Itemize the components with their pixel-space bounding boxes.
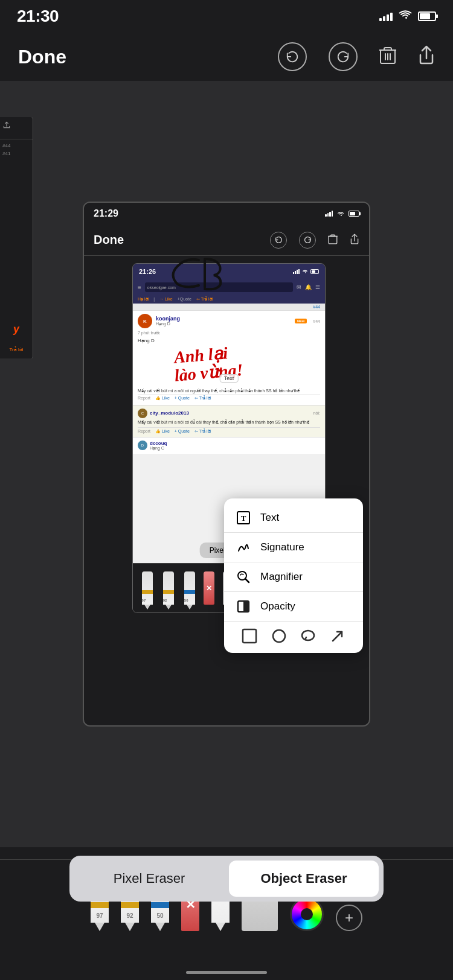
post2-username: city_modulo2013: [150, 410, 189, 416]
shape-speech[interactable]: [298, 626, 318, 646]
user-info: koonjang Hạng D: [156, 316, 291, 326]
frame2-pen1[interactable]: 97: [138, 571, 156, 605]
screenshot-frame-1: 21:29 Done: [83, 202, 370, 727]
post-body: Hạng D Anh lại lào vừng! Text: [138, 337, 320, 386]
signal-bar-3: [387, 14, 389, 21]
main-post: K koonjang Hạng D New #44 7 phút trước: [133, 311, 325, 405]
post-time: 7 phút trước: [138, 331, 320, 336]
frame1-time: 21:29: [94, 208, 118, 219]
color-wheel[interactable]: [290, 897, 324, 931]
share-button[interactable]: [418, 45, 435, 69]
nav-back: ≡: [138, 284, 141, 291]
svg-point-15: [273, 630, 285, 642]
main-toolbar: Done: [0, 33, 453, 81]
frame1-trash[interactable]: [328, 234, 338, 247]
menu-signature[interactable]: Signature: [224, 533, 363, 562]
post-number: #44: [313, 319, 320, 323]
user-badge: New: [295, 319, 307, 323]
frame2-eraser[interactable]: ✕: [201, 571, 216, 605]
handwriting-level1: [144, 254, 265, 293]
add-tool-button[interactable]: +: [336, 905, 362, 931]
left-edge-frame: #44 #41 y Trả lời: [0, 117, 33, 358]
undo-button[interactable]: [278, 42, 307, 71]
shape-circle[interactable]: [269, 626, 289, 646]
svg-point-16: [302, 631, 314, 640]
menu-magnifier-label: Magnifier: [260, 571, 303, 583]
eraser-popup: Pixel Eraser Object Eraser: [69, 856, 384, 902]
frame1-done[interactable]: Done: [94, 233, 124, 247]
pixel-eraser-label: Pixel Eraser: [114, 871, 185, 886]
frame1-statusbar: 21:29: [84, 203, 369, 224]
frame1-toolbar: Done: [84, 224, 369, 256]
status-bar: 21:30: [0, 0, 453, 33]
frame1-undo[interactable]: [270, 232, 287, 249]
menu-magnifier[interactable]: Magnifier: [224, 562, 363, 592]
svg-text:Anh lại: Anh lại: [172, 343, 229, 367]
post-actions: Report 👍 Like + Quote ⇦ Trả lời: [138, 394, 320, 402]
user-avatar: K: [138, 314, 152, 328]
frame2-pen2[interactable]: 92: [159, 571, 178, 605]
menu-signature-label: Signature: [260, 541, 304, 553]
canvas-area: #44 #41 y Trả lời 21:29: [0, 81, 453, 847]
post2-actions: Report 👍 Like + Quote ⇦ Trả lời: [138, 427, 320, 434]
menu-text[interactable]: T Text: [224, 503, 363, 533]
post2-avatar: C: [138, 409, 147, 418]
user-rank: Hạng D: [156, 322, 291, 326]
svg-line-10: [245, 579, 249, 582]
post2: C city_modulo2013 nói: Mấy cái viết bút …: [133, 405, 325, 437]
shapes-row: [224, 622, 363, 648]
done-button[interactable]: Done: [18, 46, 66, 68]
redo-button[interactable]: [329, 42, 358, 71]
post2-text: Mấy cái viết bút mì a nói có đủ cái thay…: [138, 419, 320, 425]
battery-icon: [418, 11, 436, 21]
object-eraser-label: Object Eraser: [260, 871, 347, 886]
signature-icon: [235, 539, 252, 556]
signal-bar-2: [383, 16, 385, 21]
post-area: #44 K koonjang Hạng D New #44: [133, 304, 325, 454]
menu-opacity-label: Opacity: [260, 600, 295, 612]
user-row: K koonjang Hạng D New #44: [138, 314, 320, 328]
post-text: Hạng D: [138, 337, 320, 344]
post3: D dccouq Hạng C: [133, 437, 325, 454]
toolbar-actions: [278, 42, 435, 71]
forum-breadcrumb: Hạ lời | → Like +Quote ⇦ Trả lời: [133, 295, 325, 304]
svg-rect-13: [243, 601, 249, 612]
signal-bar-4: [390, 13, 393, 21]
text-overlay-label: Text: [220, 374, 239, 383]
post3-rank: Hạng C: [150, 446, 167, 451]
reply-action[interactable]: ⇦ Trả lời: [194, 396, 211, 401]
frame1-share[interactable]: [350, 234, 359, 247]
status-icons: [379, 10, 436, 23]
magnifier-icon: [235, 568, 252, 585]
tool-pen2-label: 92: [126, 912, 133, 919]
svg-rect-14: [243, 629, 256, 643]
shape-arrow[interactable]: [328, 626, 347, 646]
pixel-eraser-option[interactable]: Pixel Eraser: [74, 861, 224, 897]
opacity-icon: [235, 598, 252, 615]
object-eraser-option[interactable]: Object Eraser: [229, 861, 379, 897]
post3-username: dccouq: [150, 441, 167, 446]
trash-button[interactable]: [379, 45, 396, 69]
like-action[interactable]: 👍 Like: [155, 396, 170, 401]
username: koonjang: [156, 316, 291, 322]
tool-pen3-label: 50: [156, 912, 163, 919]
frame2-icons: [293, 269, 319, 274]
tool-pen1-label: 97: [96, 912, 103, 919]
menu-opacity[interactable]: Opacity: [224, 592, 363, 622]
frame1-status-icons: [325, 211, 359, 217]
shape-rect[interactable]: [240, 626, 259, 646]
frame1-toolbar-right: [270, 232, 359, 249]
quote-action[interactable]: + Quote: [175, 396, 190, 401]
menu-text-label: Text: [260, 512, 279, 524]
post-text2: Mấy cái viết bút mì a nói có người thay …: [138, 388, 320, 394]
signal-bar-1: [379, 18, 382, 21]
popup-menu: T Text Signature: [224, 498, 363, 653]
frame1-redo[interactable]: [299, 232, 316, 249]
frame2-pen3[interactable]: 50: [180, 571, 199, 605]
status-time: 21:30: [17, 7, 59, 26]
svg-text:T: T: [241, 514, 246, 523]
svg-rect-4: [329, 236, 337, 243]
wifi-icon: [399, 10, 412, 23]
report-action[interactable]: Report: [138, 396, 150, 401]
signal-icon: [379, 11, 393, 21]
